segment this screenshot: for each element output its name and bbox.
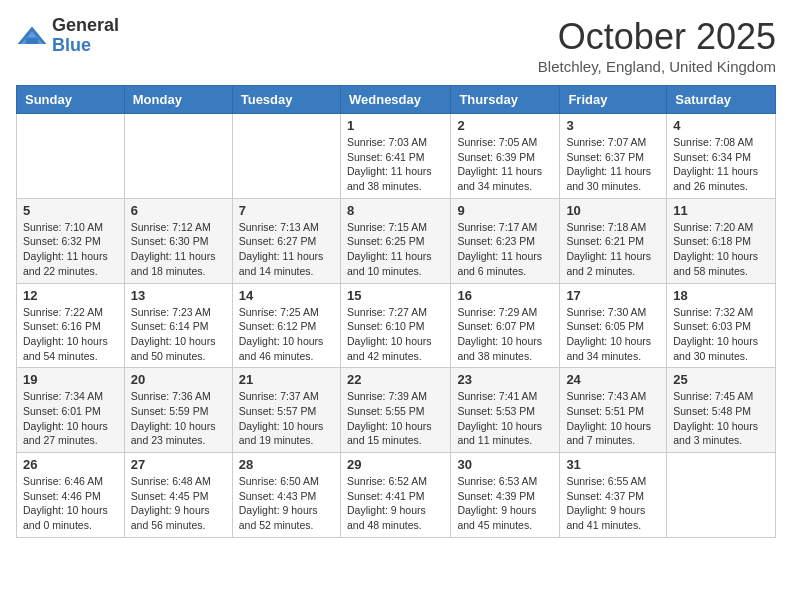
calendar-cell: 14Sunrise: 7:25 AM Sunset: 6:12 PM Dayli… (232, 283, 340, 368)
calendar-cell: 6Sunrise: 7:12 AM Sunset: 6:30 PM Daylig… (124, 198, 232, 283)
calendar-cell: 4Sunrise: 7:08 AM Sunset: 6:34 PM Daylig… (667, 114, 776, 199)
day-info: Sunrise: 7:12 AM Sunset: 6:30 PM Dayligh… (131, 220, 226, 279)
day-info: Sunrise: 7:07 AM Sunset: 6:37 PM Dayligh… (566, 135, 660, 194)
calendar-week-row: 1Sunrise: 7:03 AM Sunset: 6:41 PM Daylig… (17, 114, 776, 199)
day-header-tuesday: Tuesday (232, 86, 340, 114)
day-info: Sunrise: 7:34 AM Sunset: 6:01 PM Dayligh… (23, 389, 118, 448)
logo-general: General (52, 16, 119, 36)
calendar-cell: 8Sunrise: 7:15 AM Sunset: 6:25 PM Daylig… (340, 198, 450, 283)
day-info: Sunrise: 7:13 AM Sunset: 6:27 PM Dayligh… (239, 220, 334, 279)
day-number: 12 (23, 288, 118, 303)
day-number: 26 (23, 457, 118, 472)
day-number: 7 (239, 203, 334, 218)
day-number: 15 (347, 288, 444, 303)
day-number: 25 (673, 372, 769, 387)
calendar-cell (124, 114, 232, 199)
day-number: 10 (566, 203, 660, 218)
calendar-cell: 23Sunrise: 7:41 AM Sunset: 5:53 PM Dayli… (451, 368, 560, 453)
day-number: 27 (131, 457, 226, 472)
day-info: Sunrise: 7:03 AM Sunset: 6:41 PM Dayligh… (347, 135, 444, 194)
calendar: SundayMondayTuesdayWednesdayThursdayFrid… (16, 85, 776, 538)
calendar-week-row: 5Sunrise: 7:10 AM Sunset: 6:32 PM Daylig… (17, 198, 776, 283)
day-number: 24 (566, 372, 660, 387)
day-info: Sunrise: 7:08 AM Sunset: 6:34 PM Dayligh… (673, 135, 769, 194)
day-info: Sunrise: 7:20 AM Sunset: 6:18 PM Dayligh… (673, 220, 769, 279)
day-number: 17 (566, 288, 660, 303)
calendar-header-row: SundayMondayTuesdayWednesdayThursdayFrid… (17, 86, 776, 114)
day-number: 18 (673, 288, 769, 303)
day-info: Sunrise: 6:50 AM Sunset: 4:43 PM Dayligh… (239, 474, 334, 533)
calendar-cell: 18Sunrise: 7:32 AM Sunset: 6:03 PM Dayli… (667, 283, 776, 368)
day-info: Sunrise: 7:05 AM Sunset: 6:39 PM Dayligh… (457, 135, 553, 194)
logo-icon (16, 20, 48, 52)
logo-text: General Blue (52, 16, 119, 56)
day-header-monday: Monday (124, 86, 232, 114)
calendar-cell: 26Sunrise: 6:46 AM Sunset: 4:46 PM Dayli… (17, 453, 125, 538)
day-info: Sunrise: 7:17 AM Sunset: 6:23 PM Dayligh… (457, 220, 553, 279)
day-info: Sunrise: 7:45 AM Sunset: 5:48 PM Dayligh… (673, 389, 769, 448)
month-title: October 2025 (538, 16, 776, 58)
calendar-cell (17, 114, 125, 199)
calendar-cell: 21Sunrise: 7:37 AM Sunset: 5:57 PM Dayli… (232, 368, 340, 453)
day-info: Sunrise: 6:46 AM Sunset: 4:46 PM Dayligh… (23, 474, 118, 533)
day-info: Sunrise: 7:22 AM Sunset: 6:16 PM Dayligh… (23, 305, 118, 364)
title-block: October 2025 Bletchley, England, United … (538, 16, 776, 75)
day-number: 6 (131, 203, 226, 218)
calendar-cell: 28Sunrise: 6:50 AM Sunset: 4:43 PM Dayli… (232, 453, 340, 538)
day-info: Sunrise: 7:25 AM Sunset: 6:12 PM Dayligh… (239, 305, 334, 364)
day-number: 20 (131, 372, 226, 387)
day-header-friday: Friday (560, 86, 667, 114)
calendar-cell: 12Sunrise: 7:22 AM Sunset: 6:16 PM Dayli… (17, 283, 125, 368)
day-number: 29 (347, 457, 444, 472)
calendar-cell: 30Sunrise: 6:53 AM Sunset: 4:39 PM Dayli… (451, 453, 560, 538)
day-number: 21 (239, 372, 334, 387)
logo: General Blue (16, 16, 119, 56)
day-number: 16 (457, 288, 553, 303)
calendar-cell (232, 114, 340, 199)
day-number: 19 (23, 372, 118, 387)
calendar-week-row: 26Sunrise: 6:46 AM Sunset: 4:46 PM Dayli… (17, 453, 776, 538)
logo-blue: Blue (52, 36, 119, 56)
day-header-sunday: Sunday (17, 86, 125, 114)
day-info: Sunrise: 7:39 AM Sunset: 5:55 PM Dayligh… (347, 389, 444, 448)
location: Bletchley, England, United Kingdom (538, 58, 776, 75)
day-number: 9 (457, 203, 553, 218)
calendar-week-row: 12Sunrise: 7:22 AM Sunset: 6:16 PM Dayli… (17, 283, 776, 368)
calendar-cell: 27Sunrise: 6:48 AM Sunset: 4:45 PM Dayli… (124, 453, 232, 538)
calendar-cell: 29Sunrise: 6:52 AM Sunset: 4:41 PM Dayli… (340, 453, 450, 538)
calendar-cell: 11Sunrise: 7:20 AM Sunset: 6:18 PM Dayli… (667, 198, 776, 283)
calendar-cell: 15Sunrise: 7:27 AM Sunset: 6:10 PM Dayli… (340, 283, 450, 368)
calendar-cell: 22Sunrise: 7:39 AM Sunset: 5:55 PM Dayli… (340, 368, 450, 453)
calendar-week-row: 19Sunrise: 7:34 AM Sunset: 6:01 PM Dayli… (17, 368, 776, 453)
calendar-cell: 31Sunrise: 6:55 AM Sunset: 4:37 PM Dayli… (560, 453, 667, 538)
day-info: Sunrise: 7:27 AM Sunset: 6:10 PM Dayligh… (347, 305, 444, 364)
day-number: 1 (347, 118, 444, 133)
calendar-cell: 5Sunrise: 7:10 AM Sunset: 6:32 PM Daylig… (17, 198, 125, 283)
day-number: 8 (347, 203, 444, 218)
calendar-cell: 20Sunrise: 7:36 AM Sunset: 5:59 PM Dayli… (124, 368, 232, 453)
calendar-cell: 7Sunrise: 7:13 AM Sunset: 6:27 PM Daylig… (232, 198, 340, 283)
day-number: 4 (673, 118, 769, 133)
day-number: 28 (239, 457, 334, 472)
day-header-thursday: Thursday (451, 86, 560, 114)
day-header-wednesday: Wednesday (340, 86, 450, 114)
calendar-cell: 13Sunrise: 7:23 AM Sunset: 6:14 PM Dayli… (124, 283, 232, 368)
day-info: Sunrise: 7:10 AM Sunset: 6:32 PM Dayligh… (23, 220, 118, 279)
calendar-cell: 16Sunrise: 7:29 AM Sunset: 6:07 PM Dayli… (451, 283, 560, 368)
calendar-cell: 17Sunrise: 7:30 AM Sunset: 6:05 PM Dayli… (560, 283, 667, 368)
day-number: 11 (673, 203, 769, 218)
day-info: Sunrise: 7:37 AM Sunset: 5:57 PM Dayligh… (239, 389, 334, 448)
calendar-cell: 25Sunrise: 7:45 AM Sunset: 5:48 PM Dayli… (667, 368, 776, 453)
day-info: Sunrise: 7:32 AM Sunset: 6:03 PM Dayligh… (673, 305, 769, 364)
calendar-cell (667, 453, 776, 538)
day-number: 30 (457, 457, 553, 472)
calendar-cell: 19Sunrise: 7:34 AM Sunset: 6:01 PM Dayli… (17, 368, 125, 453)
day-info: Sunrise: 6:52 AM Sunset: 4:41 PM Dayligh… (347, 474, 444, 533)
day-number: 3 (566, 118, 660, 133)
calendar-cell: 10Sunrise: 7:18 AM Sunset: 6:21 PM Dayli… (560, 198, 667, 283)
day-number: 23 (457, 372, 553, 387)
calendar-cell: 3Sunrise: 7:07 AM Sunset: 6:37 PM Daylig… (560, 114, 667, 199)
day-number: 13 (131, 288, 226, 303)
calendar-cell: 1Sunrise: 7:03 AM Sunset: 6:41 PM Daylig… (340, 114, 450, 199)
calendar-body: 1Sunrise: 7:03 AM Sunset: 6:41 PM Daylig… (17, 114, 776, 538)
